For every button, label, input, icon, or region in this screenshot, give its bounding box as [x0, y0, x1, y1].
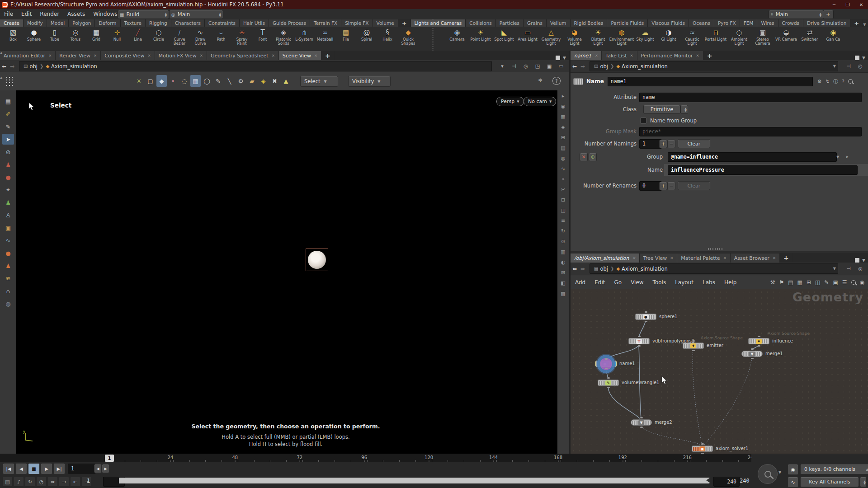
- display-option-icon[interactable]: ⊡: [559, 196, 567, 203]
- close-icon[interactable]: ✕: [696, 53, 699, 58]
- close-icon[interactable]: ✕: [200, 53, 203, 58]
- path-field[interactable]: ▤obj ❯ ◆Axiom_simulation: [19, 61, 492, 71]
- projection-pill[interactable]: Persp▼: [496, 97, 524, 106]
- key-options-icon[interactable]: ▼: [778, 470, 781, 474]
- pane-tab[interactable]: Scene View✕: [279, 51, 321, 60]
- selected-geometry-outline[interactable]: [306, 249, 328, 271]
- add-shelf-tab-button[interactable]: +: [398, 19, 411, 27]
- shelf-tool[interactable]: ⋔ L-System: [294, 27, 315, 51]
- add-rename-button[interactable]: +: [659, 182, 667, 190]
- network-toolbar-icon[interactable]: ▤: [788, 279, 793, 286]
- toolbar-icon[interactable]: ✎: [213, 75, 223, 87]
- select-mode-dropdown[interactable]: Select▼: [300, 76, 338, 87]
- pane-maximize-icon[interactable]: [855, 258, 859, 263]
- network-toolbar-icon[interactable]: ▦: [797, 279, 802, 286]
- shelf-tool[interactable]: ▧ Box: [3, 27, 24, 51]
- playbar-option-icon[interactable]: →: [59, 477, 69, 487]
- menu-item[interactable]: View: [626, 279, 648, 286]
- close-icon[interactable]: ✕: [147, 53, 151, 58]
- path-bar-icon[interactable]: ⊣: [510, 63, 518, 69]
- shelf-tool[interactable]: ☀ Distant Light: [586, 27, 610, 51]
- display-option-icon[interactable]: ⊙: [559, 238, 567, 245]
- node-name1-selected[interactable]: ● name1: [595, 361, 617, 367]
- add-naming-button[interactable]: +: [659, 140, 667, 148]
- display-option-icon[interactable]: ≡: [559, 217, 567, 224]
- name-from-group-checkbox[interactable]: [640, 117, 646, 124]
- pane-maximize-icon[interactable]: [556, 56, 560, 60]
- jump-to-start-button[interactable]: |◀: [3, 463, 14, 474]
- sphere-geometry[interactable]: [308, 251, 326, 269]
- minimize-button[interactable]: ─: [827, 0, 841, 9]
- pane-menu-icon[interactable]: ▼: [862, 258, 865, 263]
- shelf-overflow-icon[interactable]: ▼: [863, 23, 868, 27]
- network-canvas[interactable]: Geometry ● sphere1 ▽ vdbfrompolygons1: [571, 289, 868, 454]
- display-option-icon[interactable]: ◧: [559, 279, 567, 286]
- stepper-icon[interactable]: ▲▼: [219, 12, 221, 17]
- display-option-icon[interactable]: ◐: [559, 258, 567, 266]
- pane-menu-icon[interactable]: ▼: [563, 56, 566, 60]
- shelf-tool[interactable]: ◍ Environment Light: [610, 27, 633, 51]
- toolbar-icon[interactable]: ▢: [145, 75, 156, 87]
- shelf-tool[interactable]: ◎ Torus: [65, 27, 86, 51]
- viewport-tool-icon[interactable]: ▤: [2, 96, 14, 107]
- pane-tab[interactable]: Geometry Spreadsheet✕: [207, 51, 279, 60]
- remove-naming-button[interactable]: −: [667, 140, 675, 148]
- close-icon[interactable]: ✕: [314, 53, 317, 58]
- stepper-icon[interactable]: ▲▼: [819, 12, 821, 17]
- pane-tab[interactable]: /obj/Axiom_simulation✕: [571, 253, 640, 263]
- snapping-grid-icon[interactable]: [5, 76, 14, 87]
- param-header-icon[interactable]: ?: [842, 79, 844, 84]
- shelf-tool[interactable]: ◕ Volume Light: [563, 27, 586, 51]
- shelf-tab[interactable]: Create: [0, 19, 24, 27]
- node-volumewrangle1[interactable]: ✎ volumewrangle1: [598, 380, 619, 386]
- toolbar-icon[interactable]: ▦: [190, 75, 201, 87]
- play-button[interactable]: ▶: [41, 463, 52, 474]
- node-name-field[interactable]: name1: [608, 77, 813, 86]
- key-all-channels-dropdown[interactable]: Key All Channels: [800, 477, 859, 487]
- display-option-icon[interactable]: ▥: [559, 248, 567, 255]
- pane-menu-icon[interactable]: ▼: [862, 56, 865, 60]
- title-bar[interactable]: E:/Visual Research/Structure Pyro and Ax…: [0, 0, 868, 9]
- shelf-tool[interactable]: △ Geometry Light: [539, 27, 563, 51]
- path-field[interactable]: ▤obj ❯ ◆Axiom_simulation ▼: [590, 263, 838, 274]
- close-icon[interactable]: ✕: [48, 53, 52, 58]
- toolbar-icon[interactable]: ◆: [156, 75, 167, 87]
- shelf-tool[interactable]: ∕ Curve Bezier: [169, 27, 190, 51]
- network-toolbar-icon[interactable]: ⚑: [779, 279, 784, 286]
- range-end-field[interactable]: 240: [713, 477, 740, 487]
- menu-item[interactable]: Tools: [648, 279, 671, 286]
- shelf-tool[interactable]: ∞ Metaball: [315, 27, 335, 51]
- pane-tab[interactable]: Motion FX View✕: [155, 51, 207, 60]
- forward-arrow-icon[interactable]: ➡: [579, 62, 587, 70]
- new-desktop-button[interactable]: +: [823, 10, 834, 19]
- menu-item[interactable]: Render: [36, 9, 63, 19]
- search-icon[interactable]: [851, 280, 856, 285]
- shelf-tool[interactable]: ∿ Draw Curve: [190, 27, 211, 51]
- shelf-tool[interactable]: ● Sphere: [24, 27, 44, 51]
- node-influence[interactable]: ♦ influence: [748, 338, 769, 344]
- back-arrow-icon[interactable]: ⬅: [0, 62, 8, 70]
- chevron-down-icon[interactable]: ▼: [833, 64, 836, 68]
- viewport-tool-icon[interactable]: ♟: [2, 159, 14, 170]
- menu-item[interactable]: Assets: [63, 9, 89, 19]
- playbar-option-icon[interactable]: ⇒: [47, 477, 58, 487]
- remove-rename-button[interactable]: −: [667, 182, 675, 190]
- number-of-renames-field[interactable]: 0: [639, 181, 662, 191]
- path-node-chip[interactable]: ◆Axiom_simulation: [43, 62, 99, 70]
- close-icon[interactable]: ✕: [94, 53, 97, 58]
- shelf-tab[interactable]: Oceans: [689, 19, 714, 27]
- display-option-icon[interactable]: ↻: [559, 227, 567, 235]
- pane-tab[interactable]: Composite View✕: [101, 51, 155, 60]
- channel-scope-button[interactable]: ∿: [788, 477, 798, 488]
- shelf-tab[interactable]: Pyro FX: [714, 19, 740, 27]
- pane-tab[interactable]: Animation Editor✕: [0, 51, 56, 60]
- shelf-tab[interactable]: Hair Utils: [240, 19, 269, 27]
- close-icon[interactable]: ✕: [773, 256, 776, 260]
- display-option-icon[interactable]: ⊠: [559, 269, 567, 276]
- shelf-tab[interactable]: Rigid Bodies: [571, 19, 608, 27]
- attribute-field[interactable]: name: [639, 93, 862, 102]
- chevron-down-icon[interactable]: ▼: [833, 267, 836, 271]
- viewport-tool-icon[interactable]: ⌖: [2, 184, 14, 195]
- shelf-tab[interactable]: Texture: [121, 19, 146, 27]
- shelf-tab[interactable]: Modify: [24, 19, 47, 27]
